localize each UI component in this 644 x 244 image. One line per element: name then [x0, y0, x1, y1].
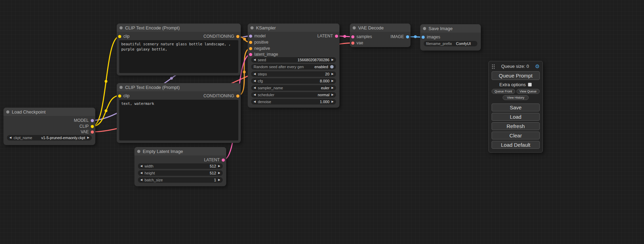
node-vae-decode[interactable]: VAE Decode samples IMAGE vae	[350, 24, 411, 47]
extra-options-checkbox[interactable]	[528, 83, 532, 87]
settings-gear-icon[interactable]: ⚙	[535, 64, 540, 69]
conditioning-port-dot[interactable]	[236, 35, 239, 38]
port-clip-input[interactable]: clip	[118, 34, 130, 39]
load-default-button[interactable]: Load Default	[492, 141, 540, 149]
save-button[interactable]: Save	[492, 103, 540, 111]
denoise-widget[interactable]: ◀ denoise 1.000 ▶	[251, 99, 336, 105]
port-conditioning-output[interactable]: CONDITIONING	[203, 34, 239, 39]
right-arrow-icon[interactable]: ▶	[87, 135, 89, 141]
right-arrow-icon[interactable]: ▶	[218, 170, 220, 176]
refresh-button[interactable]: Refresh	[492, 122, 540, 130]
node-canvas[interactable]: { "icons": { "left_arrow": "◀", "right_a…	[0, 0, 644, 244]
node-title-bar[interactable]: KSampler	[248, 24, 339, 32]
model-port-dot[interactable]	[91, 119, 94, 122]
link-midpoint-dot[interactable]	[343, 35, 346, 38]
link-midpoint-dot[interactable]	[105, 80, 107, 83]
left-arrow-icon[interactable]: ◀	[254, 85, 256, 91]
vae-port-dot[interactable]	[351, 42, 354, 45]
right-arrow-icon[interactable]: ▶	[332, 71, 334, 77]
random-seed-widget[interactable]: Random seed after every gen enabled	[251, 64, 336, 70]
left-arrow-icon[interactable]: ◀	[254, 92, 256, 98]
link-midpoint-dot[interactable]	[414, 35, 417, 38]
port-clip-input[interactable]: clip	[118, 93, 130, 99]
link-midpoint-dot[interactable]	[243, 38, 246, 40]
queue-front-button[interactable]: Queue Front	[492, 89, 515, 94]
port-latent-output[interactable]: LATENT	[317, 33, 338, 39]
extra-options-row[interactable]: Extra options	[492, 82, 540, 87]
clip-port-dot[interactable]	[118, 35, 121, 38]
port-clip-output[interactable]: CLIP	[79, 124, 94, 129]
node-empty-latent-image[interactable]: Empty Latent Image LATENT ◀ width 512 ▶ …	[134, 147, 226, 186]
port-latent-output[interactable]: LATENT	[204, 157, 225, 163]
node-clip-text-encode-negative[interactable]: CLIP Text Encode (Prompt) clip CONDITION…	[117, 83, 241, 143]
left-arrow-icon[interactable]: ◀	[254, 99, 256, 105]
latent-port-dot[interactable]	[351, 35, 354, 38]
steps-widget[interactable]: ◀ steps 20 ▶	[251, 71, 336, 77]
collapse-dot-icon[interactable]	[6, 110, 9, 114]
batch-size-widget[interactable]: ◀ batch_size 1 ▶	[138, 177, 223, 183]
filename-prefix-widget[interactable]: filename_prefix ComfyUI	[424, 41, 477, 46]
right-arrow-icon[interactable]: ▶	[218, 163, 220, 169]
conditioning-port-dot[interactable]	[236, 94, 239, 98]
queue-panel[interactable]: Queue size: 0 ⚙ Queue Prompt Extra optio…	[488, 61, 543, 153]
latent-port-dot[interactable]	[335, 35, 338, 38]
collapse-dot-icon[interactable]	[250, 26, 254, 29]
height-widget[interactable]: ◀ height 512 ▶	[138, 170, 223, 176]
node-load-checkpoint[interactable]: Load Checkpoint MODEL CLIP VAE ◀ ckpt_na…	[3, 108, 95, 145]
right-arrow-icon[interactable]: ▶	[218, 177, 220, 183]
right-arrow-icon[interactable]: ▶	[332, 57, 334, 63]
collapse-dot-icon[interactable]	[120, 26, 123, 29]
node-title-bar[interactable]: CLIP Text Encode (Prompt)	[117, 24, 241, 32]
vae-port-dot[interactable]	[91, 130, 94, 134]
port-conditioning-output[interactable]: CONDITIONING	[203, 93, 239, 99]
right-arrow-icon[interactable]: ▶	[332, 78, 334, 84]
node-title-bar[interactable]: Save Image	[420, 24, 481, 33]
right-arrow-icon[interactable]: ▶	[332, 99, 334, 105]
collapse-dot-icon[interactable]	[137, 150, 140, 153]
sampler-name-widget[interactable]: ◀ sampler_name euler ▶	[251, 85, 336, 91]
drag-handle-icon[interactable]	[492, 64, 495, 69]
clip-port-dot[interactable]	[91, 125, 94, 128]
port-samples-input[interactable]: samples	[351, 34, 372, 39]
conditioning-port-dot[interactable]	[249, 47, 252, 50]
cfg-widget[interactable]: ◀ cfg 8.000 ▶	[251, 78, 336, 84]
node-ksampler[interactable]: KSampler model LATENT positive negative …	[248, 24, 339, 108]
image-port-dot[interactable]	[422, 36, 425, 39]
left-arrow-icon[interactable]: ◀	[140, 177, 142, 183]
scheduler-widget[interactable]: ◀ scheduler normal ▶	[251, 92, 336, 98]
collapse-dot-icon[interactable]	[353, 26, 356, 29]
link-midpoint-dot[interactable]	[170, 77, 173, 80]
port-model-input[interactable]: model	[249, 33, 266, 39]
right-arrow-icon[interactable]: ▶	[332, 92, 334, 98]
port-positive-input[interactable]: positive	[249, 39, 268, 45]
node-title-bar[interactable]: Load Checkpoint	[3, 108, 95, 116]
view-queue-button[interactable]: View Queue	[517, 89, 540, 94]
port-vae-input[interactable]: vae	[351, 40, 363, 46]
collapse-dot-icon[interactable]	[120, 86, 123, 89]
seed-widget[interactable]: ◀ seed 156680208700286 ▶	[251, 57, 336, 63]
port-vae-output[interactable]: VAE	[81, 129, 94, 135]
port-negative-input[interactable]: negative	[249, 46, 270, 51]
toggle-icon[interactable]	[330, 65, 334, 69]
node-save-image[interactable]: Save Image images filename_prefix ComfyU…	[420, 24, 481, 51]
port-model-output[interactable]: MODEL	[74, 118, 94, 123]
conditioning-port-dot[interactable]	[249, 41, 252, 44]
node-title-bar[interactable]: Empty Latent Image	[134, 147, 226, 155]
latent-port-dot[interactable]	[222, 159, 225, 162]
prompt-textarea[interactable]: beautiful scenery nature glass bottle la…	[119, 40, 238, 73]
load-button[interactable]: Load	[492, 113, 540, 121]
ckpt-name-widget[interactable]: ◀ ckpt_name v1-5-pruned-emaonly.ckpt ▶	[7, 135, 92, 141]
queue-prompt-button[interactable]: Queue Prompt	[492, 71, 540, 80]
clip-port-dot[interactable]	[118, 94, 121, 98]
link-midpoint-dot[interactable]	[243, 71, 246, 73]
node-title-bar[interactable]: VAE Decode	[350, 24, 411, 32]
queue-panel-header[interactable]: Queue size: 0 ⚙	[492, 64, 540, 69]
port-image-output[interactable]: IMAGE	[390, 34, 409, 39]
left-arrow-icon[interactable]: ◀	[254, 57, 256, 63]
left-arrow-icon[interactable]: ◀	[254, 78, 256, 84]
left-arrow-icon[interactable]: ◀	[9, 135, 11, 141]
model-port-dot[interactable]	[249, 35, 252, 38]
port-images-input[interactable]: images	[422, 34, 440, 40]
left-arrow-icon[interactable]: ◀	[254, 71, 256, 77]
node-title-bar[interactable]: CLIP Text Encode (Prompt)	[117, 83, 241, 91]
